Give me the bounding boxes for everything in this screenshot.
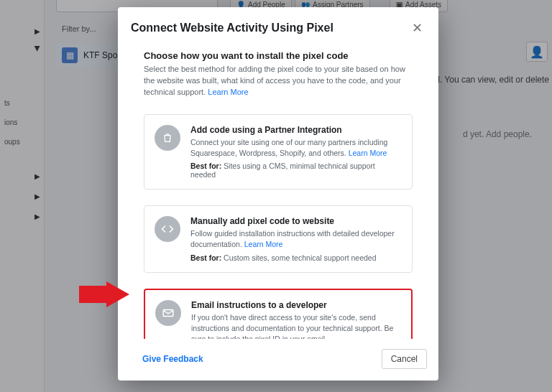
modal-header: Connect Website Activity Using Pixel ✕ — [118, 7, 438, 46]
option-title: Add code using a Partner Integration — [190, 125, 400, 135]
give-feedback-link[interactable]: Give Feedback — [129, 354, 203, 364]
learn-more-link[interactable]: Learn More — [349, 149, 387, 157]
best-for-text: Custom sites, some technical support nee… — [224, 253, 376, 262]
option-body: Manually add pixel code to website Follo… — [190, 216, 400, 261]
cancel-button[interactable]: Cancel — [382, 349, 427, 369]
option-best-for: Best for: Sites using a CMS, minimal tec… — [190, 162, 400, 179]
learn-more-link[interactable]: Learn More — [208, 88, 248, 96]
code-icon — [155, 216, 180, 242]
option-best-for: Best for: Custom sites, some technical s… — [190, 253, 400, 262]
lead-description: Select the best method for adding the pi… — [144, 64, 413, 98]
option-manual-code[interactable]: Manually add pixel code to website Follo… — [144, 205, 413, 272]
option-partner-integration[interactable]: Add code using a Partner Integration Con… — [144, 114, 413, 190]
best-for-label: Best for: — [190, 162, 221, 170]
pixel-install-modal: Connect Website Activity Using Pixel ✕ C… — [118, 7, 438, 381]
option-description: Connect your site using one of our many … — [190, 137, 400, 159]
option-body: Add code using a Partner Integration Con… — [190, 125, 400, 179]
lead-desc-text: Select the best method for adding the pi… — [144, 65, 405, 96]
option-desc-text: Follow guided installation instructions … — [190, 229, 395, 248]
option-description: If you don't have direct access to your … — [191, 312, 400, 339]
option-description: Follow guided installation instructions … — [190, 228, 400, 250]
best-for-label: Best for: — [190, 253, 221, 262]
option-body: Email instructions to a developer If you… — [191, 300, 400, 339]
option-title: Email instructions to a developer — [191, 300, 400, 310]
modal-body: Choose how you want to install the pixel… — [118, 46, 438, 339]
lead-title: Choose how you want to install the pixel… — [144, 50, 413, 61]
modal-title: Connect Website Activity Using Pixel — [131, 22, 334, 34]
option-email-developer[interactable]: Email instructions to a developer If you… — [144, 289, 413, 339]
close-button[interactable]: ✕ — [409, 19, 426, 37]
learn-more-link[interactable]: Learn More — [244, 240, 283, 248]
shopping-bag-icon — [155, 125, 180, 151]
modal-footer: Give Feedback Cancel — [118, 339, 438, 381]
option-title: Manually add pixel code to website — [190, 216, 400, 226]
close-icon: ✕ — [412, 21, 423, 35]
mail-icon — [155, 300, 181, 326]
